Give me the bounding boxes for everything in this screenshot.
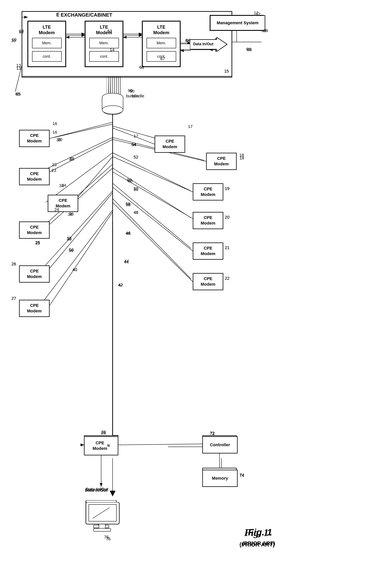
ref38-label: 38 xyxy=(67,236,71,241)
ref67-label: 67 xyxy=(160,56,165,61)
computer-terminal-svg xyxy=(82,502,124,537)
svg-rect-12 xyxy=(103,99,122,111)
svg-point-13 xyxy=(103,107,122,115)
svg-line-76 xyxy=(110,77,111,93)
lte1-outer: LTEModem Mem. cont. xyxy=(28,21,66,67)
svg-line-24 xyxy=(53,122,113,138)
cpe21-box: CPEModem xyxy=(193,242,223,260)
svg-line-84 xyxy=(78,157,113,197)
cpe-n-box: CPEModemN xyxy=(84,436,118,455)
lte3-mem: Mem. xyxy=(147,38,176,48)
svg-line-83 xyxy=(50,139,113,172)
ref10-label: 10 xyxy=(12,37,17,42)
svg-line-99 xyxy=(118,444,202,445)
svg-rect-106 xyxy=(99,524,105,528)
ref72-label: 72 xyxy=(210,431,215,436)
ref23-label: 23 xyxy=(52,162,56,167)
ref24-label: 24 xyxy=(54,207,59,212)
lte1-title: LTEModem xyxy=(28,22,65,36)
svg-rect-104 xyxy=(89,504,116,521)
ref18-label: 18 xyxy=(239,153,244,158)
ref60-label: 60 xyxy=(127,178,132,182)
svg-line-35 xyxy=(113,198,191,279)
fig1-text: Fig. 1 xyxy=(244,527,269,538)
svg-point-11 xyxy=(103,95,122,103)
svg-rect-70 xyxy=(102,97,123,110)
ref16-label: 16 xyxy=(52,121,57,126)
svg-rect-107 xyxy=(94,528,111,531)
memory-final: Memory xyxy=(202,470,238,487)
svg-marker-40 xyxy=(110,491,116,496)
svg-line-34 xyxy=(113,183,191,248)
ref74-label: 74 xyxy=(239,473,244,478)
svg-point-69 xyxy=(102,93,123,102)
ref19-label: 19 xyxy=(225,186,229,191)
svg-line-32 xyxy=(113,153,191,191)
ref76-label: 76 xyxy=(106,537,110,541)
svg-line-93 xyxy=(113,202,193,282)
ref62-label: 62 xyxy=(19,29,24,34)
ref48-label: 48 xyxy=(134,210,138,215)
cpe25-box: CPEModem xyxy=(19,221,50,239)
ref40-label: 40 xyxy=(72,267,77,272)
cpe17-box: CPEModem xyxy=(154,136,185,153)
data-inout-arrow-top: Data In/Out xyxy=(190,37,228,52)
lte2-title: LTEModem xyxy=(85,22,122,36)
cpe16-box: CPEModem xyxy=(19,130,50,147)
ref66-label: 66 xyxy=(139,65,144,70)
mgmt-sys-box: Management System xyxy=(210,15,265,31)
ref17-label: 17 xyxy=(188,124,193,129)
cpe18-box: CPEModem xyxy=(206,153,237,170)
ref-17: 17 xyxy=(134,134,138,139)
diagram: EXCHANGE/CABINET LTE Modem Mem. cont. LT… xyxy=(0,0,392,573)
ref34-label: 34 xyxy=(61,183,66,188)
ref26-label: 26 xyxy=(11,262,16,267)
lte2-cont: cont. xyxy=(89,51,119,62)
ref14-label: 14 xyxy=(110,47,114,52)
ref58-label: 58 xyxy=(126,201,130,206)
cpe19-box: CPEModem xyxy=(193,183,223,200)
ref64-label: 64 xyxy=(186,38,191,43)
ref27-label: 27 xyxy=(11,296,16,301)
svg-line-29 xyxy=(40,210,113,305)
ref65-label: 65 xyxy=(15,92,20,97)
ref20-label: 20 xyxy=(225,215,229,220)
ref25-label: 25 xyxy=(35,240,40,245)
ref15-label: 15 xyxy=(224,69,229,74)
cpe20-box: CPEModem xyxy=(193,212,223,229)
ref36-label: 36 xyxy=(69,212,74,216)
lte3-title: LTEModem xyxy=(143,22,180,36)
ref50-label: 50 xyxy=(134,186,138,191)
svg-line-74 xyxy=(106,77,107,93)
svg-line-87 xyxy=(50,212,113,305)
ref68-label: 68 xyxy=(247,47,252,52)
lte1-cont: cont. xyxy=(32,51,62,62)
ref13-label: 13 xyxy=(16,66,21,71)
lte2-outer: LTEModem Mem. cont. xyxy=(85,21,123,67)
ref30-label: 30 xyxy=(58,137,62,142)
svg-text:Data In/Out: Data In/Out xyxy=(193,42,214,46)
prior-art-text: (PRIOR ART) xyxy=(239,541,275,548)
svg-line-82 xyxy=(50,124,113,138)
cpe27-box: CPEModem xyxy=(19,300,50,317)
ref28-label: 28 xyxy=(101,430,106,435)
lte2-mem: Mem. xyxy=(89,38,119,48)
ref-23: 23 xyxy=(51,168,56,173)
svg-line-75 xyxy=(108,77,109,93)
ref90-label: 90 xyxy=(128,88,133,93)
ref44-label: 44 xyxy=(124,259,129,264)
ref21-label: 21 xyxy=(225,245,229,250)
ref32-label: 32 xyxy=(70,157,74,161)
ref42-label: 42 xyxy=(118,283,122,287)
svg-point-73 xyxy=(102,106,123,114)
ref56-label: 56 xyxy=(69,247,74,252)
svg-line-91 xyxy=(113,172,193,219)
ref52-label: 52 xyxy=(134,155,138,160)
bundle-text: bundle xyxy=(132,93,144,99)
svg-line-92 xyxy=(113,187,193,251)
computer-terminal-final xyxy=(82,502,124,537)
svg-line-25 xyxy=(40,138,113,172)
ref63-label: 63 xyxy=(107,29,112,34)
cpe23-box: CPEModem xyxy=(19,168,50,185)
svg-line-90 xyxy=(113,157,193,192)
